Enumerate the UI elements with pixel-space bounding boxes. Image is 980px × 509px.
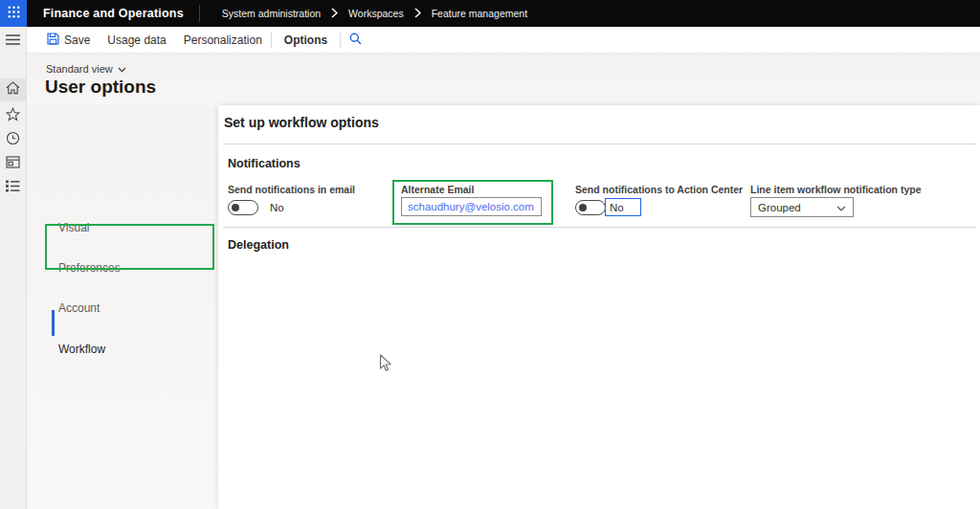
selected-indicator-bar (52, 310, 55, 336)
save-label: Save (64, 33, 90, 47)
search-button[interactable] (341, 27, 370, 54)
toggle-knob (579, 204, 587, 211)
personalization-label: Personalization (184, 33, 262, 47)
content-panel: Set up workflow options Notifications Se… (218, 105, 980, 509)
nav-item-visual[interactable]: Visual (58, 218, 89, 237)
action-bar: Save Usage data Personalization Options (27, 27, 980, 54)
page-title: User options (45, 77, 156, 98)
line-item-notification-type-select[interactable]: Grouped (750, 197, 854, 217)
save-icon (47, 33, 59, 48)
top-navigation-bar: Finance and Operations System administra… (0, 0, 980, 27)
delegation-section-title: Delegation (228, 238, 289, 252)
send-notifications-to-action-center-value-input[interactable] (605, 198, 641, 216)
page-header: Standard view User options (27, 54, 980, 105)
settings-nav: Visual Preferences Account Workflow (27, 105, 218, 509)
toggle-knob (232, 204, 239, 211)
home-icon (6, 81, 20, 99)
breadcrumb-item-workspaces[interactable]: Workspaces (348, 8, 404, 19)
modules-button[interactable] (0, 176, 26, 199)
send-notifications-to-action-center-label: Send notifications to Action Center (575, 184, 743, 195)
star-icon (6, 107, 20, 125)
hamburger-icon (6, 32, 20, 49)
usage-data-button[interactable]: Usage data (99, 27, 174, 54)
section-divider (223, 227, 976, 228)
send-notifications-in-email-label: Send notifications in email (228, 184, 355, 195)
send-notifications-to-action-center-toggle[interactable] (575, 200, 606, 215)
panel-heading: Set up workflow options (224, 115, 379, 130)
clock-icon (6, 131, 20, 149)
alternate-email-label: Alternate Email (401, 184, 474, 195)
left-icon-rail (0, 27, 27, 509)
chevron-down-icon (836, 202, 846, 213)
line-item-notification-type-label: Line item workflow notification type (750, 184, 922, 195)
nav-item-workflow[interactable]: Workflow (58, 340, 105, 359)
module-list-icon (6, 179, 20, 196)
app-launcher-button[interactable] (0, 0, 27, 27)
send-notifications-in-email-value: No (270, 202, 284, 213)
topbar-divider (199, 5, 200, 22)
breadcrumb-item-system-administration[interactable]: System administration (222, 8, 321, 19)
nav-item-preferences[interactable]: Preferences (58, 258, 121, 277)
waffle-icon (8, 5, 20, 22)
app-window: Finance and Operations System administra… (0, 0, 980, 509)
save-button[interactable]: Save (38, 27, 99, 54)
app-title[interactable]: Finance and Operations (43, 7, 184, 20)
chevron-right-icon (331, 8, 338, 20)
chevron-down-icon (118, 63, 126, 75)
options-button[interactable]: Options (272, 27, 340, 54)
send-notifications-in-email-toggle[interactable] (228, 200, 258, 215)
personalization-button[interactable]: Personalization (175, 27, 271, 54)
recent-button[interactable] (0, 128, 26, 151)
usage-data-label: Usage data (107, 33, 166, 47)
breadcrumb-item-feature-management[interactable]: Feature management (432, 8, 527, 19)
expand-menu-button[interactable] (0, 29, 26, 52)
alternate-email-input[interactable] (401, 197, 542, 216)
home-button[interactable] (0, 78, 26, 101)
view-selector-label: Standard view (46, 63, 113, 75)
nav-item-account[interactable]: Account (58, 299, 100, 318)
workspace-card-icon (6, 155, 20, 172)
breadcrumb: System administration Workspaces Feature… (222, 8, 527, 20)
workspaces-button[interactable] (0, 152, 26, 175)
section-divider (223, 144, 976, 144)
view-selector[interactable]: Standard view (46, 63, 126, 75)
line-item-notification-type-value: Grouped (758, 202, 801, 213)
options-label: Options (284, 33, 327, 47)
favorites-button[interactable] (0, 104, 26, 127)
search-icon (349, 33, 362, 48)
notifications-section-title: Notifications (228, 157, 301, 170)
chevron-right-icon (414, 8, 421, 20)
